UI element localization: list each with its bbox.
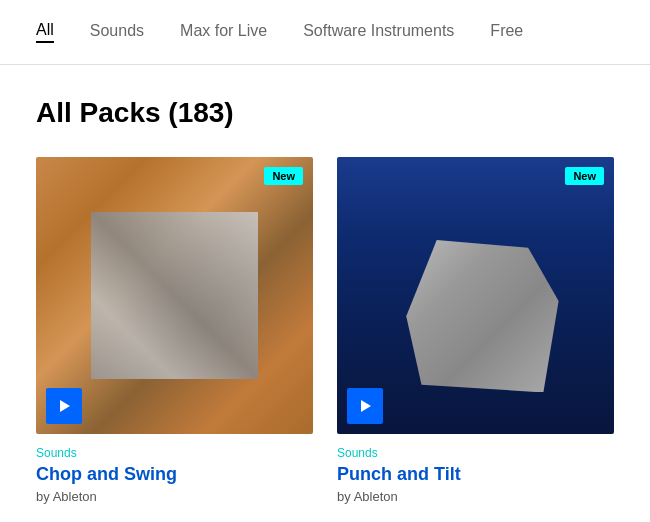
new-badge: New — [565, 167, 604, 185]
pack-author: by Ableton — [36, 489, 313, 504]
nav-item-free[interactable]: Free — [490, 22, 523, 42]
new-badge: New — [264, 167, 303, 185]
pack-card-chop-and-swing[interactable]: New Sounds Chop and Swing by Ableton — [36, 157, 313, 504]
play-button[interactable] — [347, 388, 383, 424]
page-title: All Packs (183) — [36, 97, 614, 129]
pack-title[interactable]: Punch and Tilt — [337, 464, 614, 485]
nav-item-software-instruments[interactable]: Software Instruments — [303, 22, 454, 42]
pack-title[interactable]: Chop and Swing — [36, 464, 313, 485]
nav-item-sounds[interactable]: Sounds — [90, 22, 144, 42]
pack-author: by Ableton — [337, 489, 614, 504]
play-icon — [60, 400, 70, 412]
page-content: All Packs (183) New Sounds Chop and Swin… — [0, 65, 650, 522]
navigation: All Sounds Max for Live Software Instrum… — [0, 0, 650, 65]
nav-item-all[interactable]: All — [36, 21, 54, 43]
pack-card-punch-and-tilt[interactable]: New Sounds Punch and Tilt by Ableton — [337, 157, 614, 504]
play-icon — [361, 400, 371, 412]
nav-item-max-for-live[interactable]: Max for Live — [180, 22, 267, 42]
pack-image-wrapper: New — [337, 157, 614, 434]
pack-category: Sounds — [36, 446, 313, 460]
pack-image-wrapper: New — [36, 157, 313, 434]
play-button[interactable] — [46, 388, 82, 424]
packs-grid: New Sounds Chop and Swing by Ableton New… — [36, 157, 614, 504]
pack-category: Sounds — [337, 446, 614, 460]
